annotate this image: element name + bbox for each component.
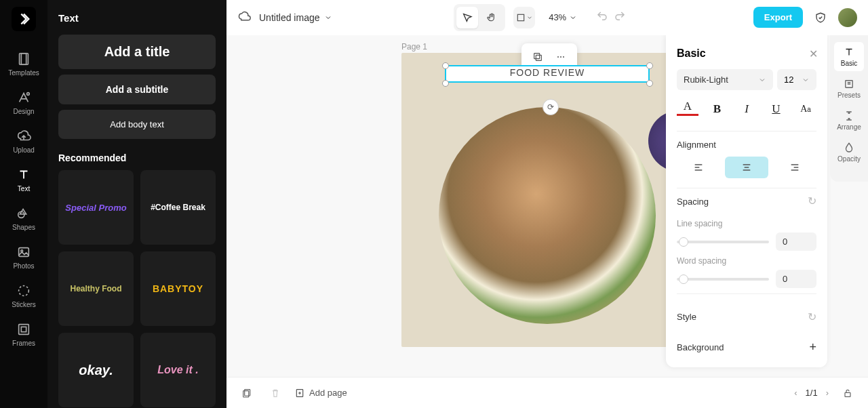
pages-button[interactable] [237, 384, 256, 403]
close-panel-button[interactable]: ✕ [809, 47, 818, 60]
svg-rect-4 [19, 248, 29, 257]
next-page-button[interactable]: › [826, 388, 829, 398]
undo-button[interactable] [596, 10, 608, 25]
nav-shapes[interactable]: Shapes [0, 199, 47, 238]
add-title-button[interactable]: Add a title [58, 35, 216, 69]
delete-page-button[interactable] [266, 384, 285, 403]
preset-card[interactable]: okay. [58, 333, 134, 407]
prev-page-button[interactable]: ‹ [794, 388, 797, 398]
app-logo[interactable] [12, 7, 36, 31]
italic-button[interactable]: I [736, 98, 757, 120]
crop-tool[interactable] [513, 7, 535, 28]
svg-point-6 [19, 286, 29, 296]
underline-button[interactable]: U [766, 98, 787, 120]
topbar: Untitled image 43% Export [226, 0, 868, 35]
reset-spacing-button[interactable]: ↻ [808, 195, 816, 207]
nav-design[interactable]: Design [0, 83, 47, 122]
add-page-button[interactable]: Add page [294, 388, 347, 399]
right-rail: Basic Presets Arrange Opacity [830, 35, 868, 182]
nav-label: Photos [13, 262, 34, 270]
cloud-sync-icon[interactable] [237, 9, 251, 26]
lock-button[interactable] [838, 384, 857, 403]
preset-card[interactable]: Special Promo [58, 170, 134, 245]
redo-button[interactable] [614, 10, 626, 25]
page-navigator: ‹ 1/1 › [794, 388, 829, 398]
size-value: 12 [784, 75, 793, 85]
panel-title: Basic [677, 47, 816, 60]
word-spacing-value[interactable]: 0 [776, 270, 816, 288]
nav-upload[interactable]: Upload [0, 122, 47, 161]
svg-rect-10 [536, 55, 541, 60]
properties-panel: Basic ✕ Rubik-Light 12 A B I U Aa Alignm… [666, 35, 827, 367]
preset-card[interactable]: Healthy Food [58, 251, 134, 326]
rotate-handle[interactable]: ⟳ [542, 99, 559, 115]
add-background-button[interactable]: + [809, 340, 816, 354]
resize-handle-sw[interactable] [442, 80, 449, 87]
add-body-button[interactable]: Add body text [58, 110, 216, 139]
preset-text: okay. [79, 363, 113, 378]
tab-arrange[interactable]: Arrange [834, 106, 864, 135]
resize-handle-se[interactable] [646, 80, 653, 87]
slider-thumb[interactable] [679, 274, 688, 284]
bold-button[interactable]: B [707, 98, 728, 120]
reset-style-button[interactable]: ↻ [808, 310, 816, 323]
document-title-dropdown[interactable]: Untitled image [259, 12, 332, 23]
tab-opacity[interactable]: Opacity [834, 138, 864, 167]
resize-handle-nw[interactable] [442, 62, 449, 69]
nav-label: Design [13, 108, 34, 115]
export-button[interactable]: Export [753, 7, 803, 28]
case-button[interactable]: Aa [795, 98, 816, 120]
align-right-button[interactable] [772, 157, 816, 178]
alignment-label: Alignment [677, 140, 816, 150]
nav-templates[interactable]: Templates [0, 45, 47, 83]
main-area: Untitled image 43% Export Page 1 FOOD RE… [226, 0, 868, 408]
svg-point-12 [557, 56, 559, 58]
chevron-down-icon [526, 14, 533, 21]
preset-text: #Coffee Break [151, 203, 205, 212]
nav-text[interactable]: Text [0, 161, 47, 199]
canvas-page[interactable] [401, 53, 696, 347]
text-color-button[interactable]: A [677, 98, 698, 116]
preset-text: BABYTOY [153, 283, 203, 294]
history-controls [596, 10, 626, 25]
zoom-value: 43% [549, 12, 566, 22]
nav-label: Stickers [12, 301, 36, 308]
font-size-dropdown[interactable]: 12 [777, 69, 816, 90]
svg-rect-7 [19, 325, 29, 335]
more-options-button[interactable] [551, 47, 570, 66]
font-family-dropdown[interactable]: Rubik-Light [677, 69, 773, 90]
tab-presets[interactable]: Presets [834, 74, 864, 103]
word-spacing-slider[interactable] [677, 278, 769, 281]
preset-text: Special Promo [65, 203, 126, 213]
slider-thumb[interactable] [679, 237, 688, 247]
nav-photos[interactable]: Photos [0, 238, 47, 277]
canvas-area[interactable]: Page 1 FOOD REVIEW ⟳ Basic ✕ Rubik-Light… [226, 35, 868, 377]
preset-card[interactable]: Love it . [140, 333, 216, 407]
align-left-button[interactable] [677, 157, 721, 178]
nav-stickers[interactable]: Stickers [0, 277, 47, 315]
line-spacing-value[interactable]: 0 [776, 232, 816, 251]
text-panel: Text Add a title Add a subtitle Add body… [47, 0, 226, 408]
preset-card[interactable]: BABYTOY [140, 251, 216, 326]
cursor-tool-group [454, 4, 505, 31]
privacy-icon[interactable] [811, 8, 830, 27]
chevron-down-icon [802, 76, 810, 84]
preset-card[interactable]: #Coffee Break [140, 170, 216, 245]
nav-frames[interactable]: Frames [0, 315, 47, 354]
recommended-label: Recommended [58, 152, 216, 163]
line-spacing-slider[interactable] [677, 241, 769, 243]
selected-text[interactable]: FOOD REVIEW [445, 67, 650, 78]
align-center-button[interactable] [725, 157, 769, 178]
nav-label: Frames [12, 340, 35, 347]
tab-basic[interactable]: Basic [834, 42, 864, 71]
user-avatar[interactable] [838, 8, 857, 27]
food-image[interactable] [439, 107, 656, 324]
select-tool[interactable] [456, 7, 478, 28]
zoom-dropdown[interactable]: 43% [549, 12, 577, 22]
resize-handle-ne[interactable] [646, 62, 653, 69]
panel-heading: Text [58, 12, 216, 24]
add-subtitle-button[interactable]: Add a subtitle [58, 75, 216, 104]
svg-rect-19 [845, 392, 850, 396]
duplicate-button[interactable] [528, 47, 547, 66]
hand-tool[interactable] [481, 7, 502, 28]
